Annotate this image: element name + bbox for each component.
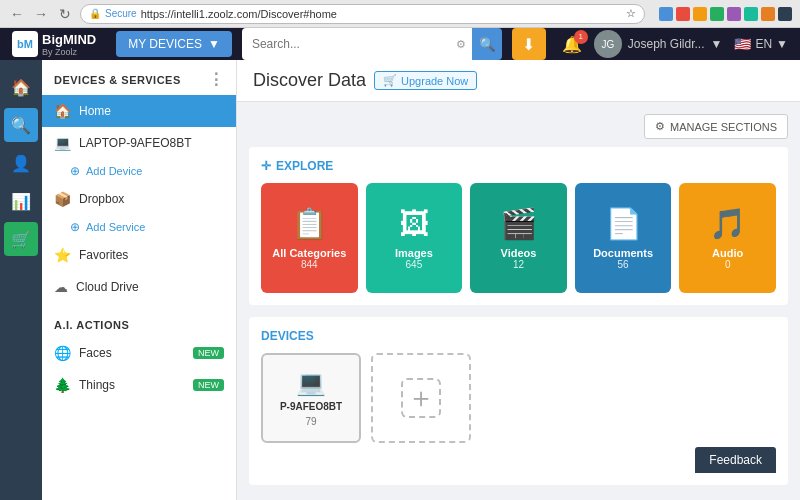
tile-documents[interactable]: 📄 Documents 56: [575, 183, 672, 293]
fav8: [778, 7, 792, 21]
content-body: ⚙ MANAGE SECTIONS ✛ EXPLORE 📋 All Catego…: [237, 102, 800, 500]
sidebar-item-faces[interactable]: 🌐 Faces NEW: [42, 337, 236, 369]
search-input[interactable]: [242, 28, 473, 60]
sidebar-favorites-label: Favorites: [79, 248, 128, 262]
tile-all-categories[interactable]: 📋 All Categories 844: [261, 183, 358, 293]
device-add-tile[interactable]: ＋: [371, 353, 471, 443]
manage-sections-button[interactable]: ⚙ MANAGE SECTIONS: [644, 114, 788, 139]
tile-audio-label: Audio: [712, 247, 743, 259]
page-title: Discover Data: [253, 70, 366, 91]
add-service-plus-icon: ⊕: [70, 220, 80, 234]
sidebar-add-device[interactable]: ⊕ Add Device: [42, 159, 236, 183]
my-devices-button[interactable]: MY DEVICES ▼: [116, 31, 232, 57]
tile-all-categories-count: 844: [301, 259, 318, 270]
secure-label: Secure: [105, 8, 137, 19]
upload-button[interactable]: ⬇: [512, 28, 546, 60]
tile-images-label: Images: [395, 247, 433, 259]
add-device-plus-icon: ⊕: [70, 164, 80, 178]
gear-icon: ⚙: [655, 120, 665, 133]
sidebar-add-service[interactable]: ⊕ Add Service: [42, 215, 236, 239]
browser-bar: ← → ↻ 🔒 Secure https://intelli1.zoolz.co…: [0, 0, 800, 28]
tile-audio-count: 0: [725, 259, 731, 270]
sidebar-item-favorites[interactable]: ⭐ Favorites: [42, 239, 236, 271]
fav5: [727, 7, 741, 21]
rail-search-icon[interactable]: 🔍: [4, 108, 38, 142]
home-icon: 🏠: [54, 103, 71, 119]
rail-user-icon[interactable]: 👤: [4, 146, 38, 180]
things-icon: 🌲: [54, 377, 71, 393]
explore-title: ✛ EXPLORE: [261, 159, 776, 173]
manage-sections-label: MANAGE SECTIONS: [670, 121, 777, 133]
devices-services-title: DEVICES & SERVICES: [54, 74, 181, 86]
search-gear-icon[interactable]: ⚙: [456, 38, 466, 51]
star-bookmark-icon[interactable]: ☆: [626, 7, 636, 20]
page-header: Discover Data 🛒 Upgrade Now: [237, 60, 800, 102]
ai-section-title: A.I. ACTIONS: [54, 319, 129, 331]
language-selector[interactable]: 🇺🇸 EN ▼: [734, 36, 788, 52]
sidebar: DEVICES & SERVICES ⋮ 🏠 Home 💻 LAPTOP-9AF…: [42, 60, 237, 500]
device-laptop-tile[interactable]: 💻 P-9AFEO8BT 79: [261, 353, 361, 443]
notification-bell[interactable]: 🔔 1: [562, 35, 582, 54]
rail-chart-icon[interactable]: 📊: [4, 184, 38, 218]
feedback-button[interactable]: Feedback: [695, 447, 776, 473]
add-device-label: Add Device: [86, 165, 142, 177]
upgrade-link[interactable]: 🛒 Upgrade Now: [374, 71, 477, 90]
back-button[interactable]: ←: [8, 5, 26, 23]
tile-audio[interactable]: 🎵 Audio 0: [679, 183, 776, 293]
user-chevron-icon: ▼: [711, 37, 723, 51]
tile-all-categories-label: All Categories: [272, 247, 346, 259]
logo-text: BigMIND: [42, 32, 96, 47]
laptop-icon: 💻: [54, 135, 71, 151]
videos-icon: 🎬: [500, 206, 537, 241]
sidebar-item-laptop[interactable]: 💻 LAPTOP-9AFEO8BT: [42, 127, 236, 159]
sidebar-item-dropbox[interactable]: 📦 Dropbox: [42, 183, 236, 215]
device-laptop-count: 79: [305, 416, 316, 427]
sidebar-home-label: Home: [79, 104, 111, 118]
tile-videos[interactable]: 🎬 Videos 12: [470, 183, 567, 293]
device-laptop-icon: 💻: [296, 369, 326, 397]
sidebar-laptop-label: LAPTOP-9AFEO8BT: [79, 136, 191, 150]
search-button[interactable]: 🔍: [472, 28, 501, 60]
my-devices-label: MY DEVICES: [128, 37, 202, 51]
lock-icon: 🔒: [89, 8, 101, 19]
manage-bar: ⚙ MANAGE SECTIONS: [249, 114, 788, 139]
tile-documents-label: Documents: [593, 247, 653, 259]
search-container: ⚙ 🔍: [242, 28, 502, 60]
sidebar-item-home[interactable]: 🏠 Home: [42, 95, 236, 127]
feedback-area: Feedback: [261, 443, 776, 473]
user-menu[interactable]: JG Joseph Gildr... ▼: [594, 30, 723, 58]
devices-section: DEVICES 💻 P-9AFEO8BT 79 ＋: [249, 317, 788, 485]
tile-videos-count: 12: [513, 259, 524, 270]
top-nav: bM BigMIND By Zoolz MY DEVICES ▼ ⚙ 🔍 ⬇ 🔔: [0, 28, 800, 60]
plus-icon: ✛: [261, 159, 271, 173]
rail-home-icon[interactable]: 🏠: [4, 70, 38, 104]
explore-section: ✛ EXPLORE 📋 All Categories 844 🖼 Images: [249, 147, 788, 305]
faces-new-badge: NEW: [193, 347, 224, 359]
devices-title: DEVICES: [261, 329, 776, 343]
refresh-button[interactable]: ↻: [56, 5, 74, 23]
app-container: bM BigMIND By Zoolz MY DEVICES ▼ ⚙ 🔍 ⬇ 🔔: [0, 28, 800, 500]
address-bar: 🔒 Secure https://intelli1.zoolz.com/Disc…: [80, 4, 645, 24]
add-device-cross-icon: ＋: [407, 379, 435, 417]
sidebar-item-cloud-drive[interactable]: ☁ Cloud Drive: [42, 271, 236, 303]
sidebar-cloud-drive-label: Cloud Drive: [76, 280, 139, 294]
fav7: [761, 7, 775, 21]
tile-images[interactable]: 🖼 Images 645: [366, 183, 463, 293]
add-device-box-icon: ＋: [401, 378, 441, 418]
upload-icon: ⬇: [522, 35, 535, 54]
device-laptop-name: P-9AFEO8BT: [280, 401, 342, 412]
add-service-label: Add Service: [86, 221, 145, 233]
documents-icon: 📄: [605, 206, 642, 241]
rail-cart-icon[interactable]: 🛒: [4, 222, 38, 256]
tile-documents-count: 56: [618, 259, 629, 270]
sidebar-more-icon[interactable]: ⋮: [208, 70, 225, 89]
nav-icons: 🔔 1 JG Joseph Gildr... ▼ 🇺🇸 EN ▼: [562, 30, 788, 58]
icon-rail: 🏠 🔍 👤 📊 🛒: [0, 60, 42, 500]
audio-icon: 🎵: [709, 206, 746, 241]
explore-label: EXPLORE: [276, 159, 333, 173]
favicon-area: [659, 7, 792, 21]
dropbox-icon: 📦: [54, 191, 71, 207]
forward-button[interactable]: →: [32, 5, 50, 23]
sidebar-item-things[interactable]: 🌲 Things NEW: [42, 369, 236, 401]
logo-area: bM BigMIND By Zoolz: [12, 31, 96, 57]
